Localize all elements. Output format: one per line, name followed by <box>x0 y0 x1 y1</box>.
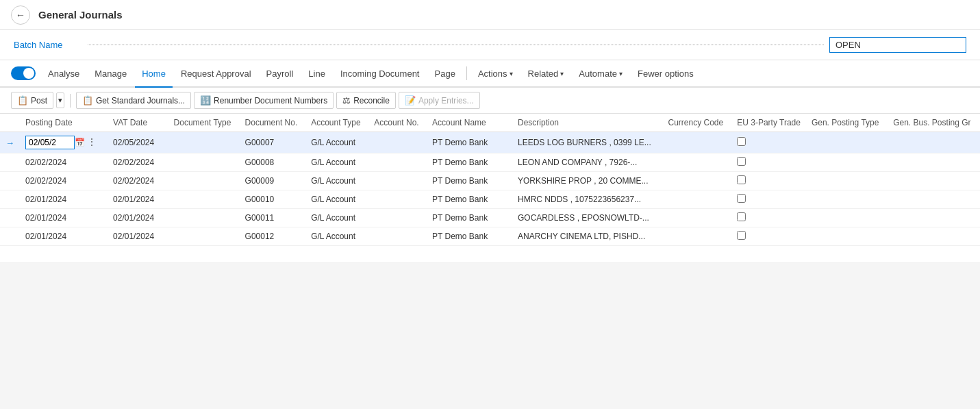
posting-date-value: 02/01/2024 <box>25 195 66 204</box>
col-acct-no-header: Account No. <box>368 114 427 132</box>
gen-bus-posting-gr-cell <box>888 227 980 246</box>
col-currency-header: Currency Code <box>663 114 732 132</box>
table-row[interactable]: 02/02/202402/02/2024G00009G/L AccountPT … <box>0 172 980 190</box>
new-row-cell <box>663 246 732 263</box>
col-acct-name-header: Account Name <box>427 114 512 132</box>
new-row-cell <box>168 246 240 263</box>
calendar-icon[interactable]: 📅 <box>75 138 85 147</box>
new-row-cell <box>731 246 806 263</box>
eu3-party-trade-checkbox[interactable] <box>737 194 746 203</box>
post-split-chevron-icon: ▾ <box>58 96 62 105</box>
nav-item-analyse[interactable]: Analyse <box>41 60 86 88</box>
eu3-party-trade-cell[interactable] <box>731 227 806 246</box>
nav-item-fewer-options[interactable]: Fewer options <box>631 60 701 88</box>
back-button[interactable]: ← <box>11 5 30 25</box>
table-row[interactable]: 02/01/202402/01/2024G00011G/L AccountPT … <box>0 209 980 227</box>
nav-item-incoming-document[interactable]: Incoming Document <box>334 60 427 88</box>
table-row[interactable]: 02/02/202402/02/2024G00008G/L AccountPT … <box>0 153 980 172</box>
gen-posting-type-cell <box>806 227 888 246</box>
currency-code-cell <box>663 172 732 190</box>
nav-separator-1 <box>466 66 467 80</box>
gen-bus-posting-gr-cell <box>888 172 980 190</box>
renumber-button[interactable]: 🔢 Renumber Document Numbers <box>194 92 334 109</box>
eu3-party-trade-checkbox[interactable] <box>737 231 746 240</box>
post-icon: 📋 <box>17 95 28 106</box>
doc-no-cell: G00011 <box>240 209 306 227</box>
doc-type-cell <box>168 172 240 190</box>
currency-code-cell <box>663 227 732 246</box>
table-row[interactable]: →📅⋮02/05/2024G00007G/L AccountPT Demo Ba… <box>0 132 980 153</box>
eu3-party-trade-checkbox[interactable] <box>737 175 746 184</box>
nav-item-manage[interactable]: Manage <box>88 60 134 88</box>
posting-date-value: 02/02/2024 <box>25 158 66 167</box>
post-split-button[interactable]: ▾ <box>56 92 64 108</box>
gen-posting-type-cell <box>806 153 888 172</box>
posting-date-input[interactable] <box>25 136 75 149</box>
currency-code-cell <box>663 132 732 153</box>
eu3-party-trade-cell[interactable] <box>731 209 806 227</box>
nav-item-line[interactable]: Line <box>301 60 332 88</box>
get-standard-button[interactable]: 📋 Get Standard Journals... <box>76 92 191 109</box>
posting-date-value: 02/02/2024 <box>25 176 66 186</box>
acct-type-cell: G/L Account <box>305 172 368 190</box>
new-row-cell <box>888 246 980 263</box>
acct-no-cell <box>368 172 427 190</box>
row-kebab-button[interactable]: ⋮ <box>85 136 99 147</box>
reconcile-button[interactable]: ⚖ Reconcile <box>336 92 396 109</box>
doc-type-cell <box>168 227 240 246</box>
nav-item-actions[interactable]: Actions ▾ <box>471 60 520 88</box>
acct-name-cell: PT Demo Bank <box>427 209 512 227</box>
renumber-icon: 🔢 <box>200 95 211 106</box>
gen-bus-posting-gr-cell <box>888 132 980 153</box>
doc-no-cell: G00009 <box>240 172 306 190</box>
related-chevron-icon: ▾ <box>560 70 564 77</box>
doc-type-cell <box>168 132 240 153</box>
vat-date-cell: 02/01/2024 <box>108 227 168 246</box>
apply-entries-button[interactable]: 📝 Apply Entries... <box>399 92 480 109</box>
acct-type-cell: G/L Account <box>305 153 368 172</box>
post-button[interactable]: 📋 Post <box>11 92 53 109</box>
new-row-cell <box>20 246 108 263</box>
acct-no-cell <box>368 190 427 209</box>
batch-value-input[interactable] <box>829 37 966 53</box>
eu3-party-trade-checkbox[interactable] <box>737 137 746 146</box>
eu3-party-trade-checkbox[interactable] <box>737 212 746 221</box>
eu3-party-trade-cell[interactable] <box>731 132 806 153</box>
col-doc-type-header: Document Type <box>168 114 240 132</box>
top-bar: ← General Journals <box>0 0 980 30</box>
currency-code-cell <box>663 209 732 227</box>
col-description-header: Description <box>512 114 662 132</box>
eu3-party-trade-cell[interactable] <box>731 190 806 209</box>
nav-item-automate[interactable]: Automate ▾ <box>572 60 629 88</box>
acct-type-cell: G/L Account <box>305 209 368 227</box>
row-arrow-cell <box>0 209 20 227</box>
nav-item-page[interactable]: Page <box>428 60 462 88</box>
nav-item-payroll[interactable]: Payroll <box>260 60 301 88</box>
eu3-party-trade-checkbox[interactable] <box>737 157 746 166</box>
acct-type-cell: G/L Account <box>305 132 368 153</box>
posting-date-cell: 02/02/2024 <box>20 172 108 190</box>
row-arrow-cell <box>0 190 20 209</box>
acct-no-cell <box>368 209 427 227</box>
analyse-toggle[interactable] <box>11 66 36 80</box>
eu3-party-trade-cell[interactable] <box>731 172 806 190</box>
description-cell: YORKSHIRE PROP , 20 COMME... <box>512 172 662 190</box>
vat-date-cell: 02/02/2024 <box>108 153 168 172</box>
table-row[interactable]: 02/01/202402/01/2024G00012G/L AccountPT … <box>0 227 980 246</box>
nav-item-related[interactable]: Related ▾ <box>521 60 571 88</box>
eu3-party-trade-cell[interactable] <box>731 153 806 172</box>
actions-chevron-icon: ▾ <box>510 70 513 77</box>
back-icon: ← <box>16 10 25 21</box>
batch-label: Batch Name <box>14 40 82 50</box>
new-row-cell <box>427 246 512 263</box>
gen-bus-posting-gr-cell <box>888 153 980 172</box>
table-header-row: Posting Date VAT Date Document Type Docu… <box>0 114 980 132</box>
nav-item-request-approval[interactable]: Request Approval <box>174 60 258 88</box>
doc-no-cell: G00007 <box>240 132 306 153</box>
page-title: General Journals <box>38 9 123 21</box>
table-row[interactable]: 02/01/202402/01/2024G00010G/L AccountPT … <box>0 190 980 209</box>
table-new-row[interactable] <box>0 246 980 263</box>
batch-bar: Batch Name <box>0 30 980 60</box>
nav-item-home[interactable]: Home <box>135 60 173 88</box>
new-row-cell <box>305 246 368 263</box>
